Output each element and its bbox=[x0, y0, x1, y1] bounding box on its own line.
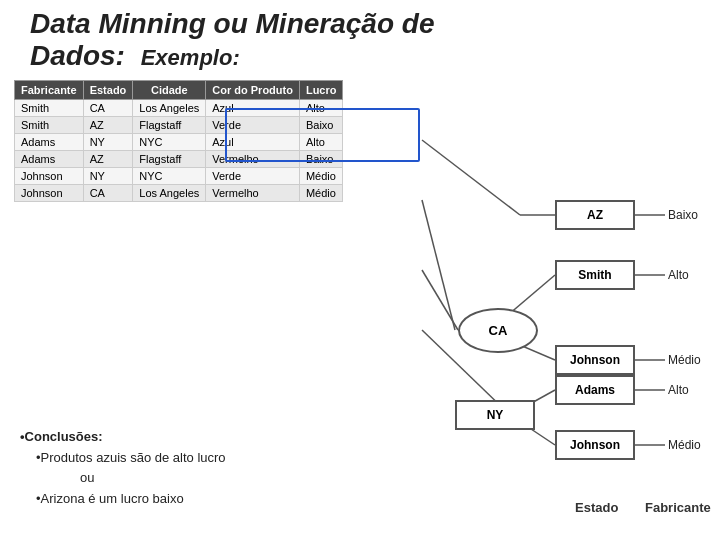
svg-line-3 bbox=[422, 270, 458, 330]
ny-node: NY bbox=[455, 400, 535, 430]
table-row: AdamsAZFlagstaffVermelhoBaixo bbox=[15, 151, 343, 168]
table-cell: Azul bbox=[206, 100, 300, 117]
table-header: Cor do Produto bbox=[206, 81, 300, 100]
smith-alto-label: Alto bbox=[668, 268, 689, 282]
johnson-lower-node: Johnson bbox=[555, 430, 635, 460]
table-cell: Johnson bbox=[15, 168, 84, 185]
table-cell: Alto bbox=[299, 134, 343, 151]
table-row: SmithCALos AngelesAzulAlto bbox=[15, 100, 343, 117]
svg-line-0 bbox=[422, 140, 520, 215]
table-cell: AZ bbox=[83, 117, 133, 134]
table-cell: Médio bbox=[299, 168, 343, 185]
table-cell: Smith bbox=[15, 100, 84, 117]
table-cell: Alto bbox=[299, 100, 343, 117]
table-row: JohnsonCALos AngelesVermelhoMédio bbox=[15, 185, 343, 202]
page-title: Data Minning ou Mineração de bbox=[30, 8, 434, 40]
table-cell: Verde bbox=[206, 117, 300, 134]
johnson1-medio-label: Médio bbox=[668, 353, 701, 367]
page-title-line2: Dados: Exemplo: bbox=[30, 40, 240, 72]
conclusions: •Conclusões: •Produtos azuis são de alto… bbox=[20, 427, 226, 510]
johnson-upper-node: Johnson bbox=[555, 345, 635, 375]
subtitle: Exemplo: bbox=[141, 45, 240, 70]
table-header: Estado bbox=[83, 81, 133, 100]
table-cell: Vermelho bbox=[206, 185, 300, 202]
table-cell: CA bbox=[83, 185, 133, 202]
table-cell: Flagstaff bbox=[133, 151, 206, 168]
table-cell: NY bbox=[83, 134, 133, 151]
table-cell: Baixo bbox=[299, 117, 343, 134]
table-cell: Baixo bbox=[299, 151, 343, 168]
fabricante-axis-label: Fabricante bbox=[645, 500, 711, 515]
svg-line-4 bbox=[508, 275, 555, 315]
table-cell: Médio bbox=[299, 185, 343, 202]
table-cell: Smith bbox=[15, 117, 84, 134]
table-cell: NYC bbox=[133, 134, 206, 151]
table-row: SmithAZFlagstaffVerdeBaixo bbox=[15, 117, 343, 134]
table-header: Fabricante bbox=[15, 81, 84, 100]
svg-line-2 bbox=[422, 200, 455, 330]
table-row: JohnsonNYNYCVerdeMédio bbox=[15, 168, 343, 185]
smith-node: Smith bbox=[555, 260, 635, 290]
table-cell: Los Angeles bbox=[133, 185, 206, 202]
ca-oval: CA bbox=[458, 308, 538, 353]
estado-axis-label: Estado bbox=[575, 500, 618, 515]
table-cell: Azul bbox=[206, 134, 300, 151]
table-cell: Johnson bbox=[15, 185, 84, 202]
table-header: Cidade bbox=[133, 81, 206, 100]
table-cell: Vermelho bbox=[206, 151, 300, 168]
table-cell: Adams bbox=[15, 134, 84, 151]
table-cell: NY bbox=[83, 168, 133, 185]
johnson2-medio-label: Médio bbox=[668, 438, 701, 452]
table-cell: Verde bbox=[206, 168, 300, 185]
az-baixo-label: Baixo bbox=[668, 208, 698, 222]
table-cell: AZ bbox=[83, 151, 133, 168]
table-header: Lucro bbox=[299, 81, 343, 100]
table-cell: Flagstaff bbox=[133, 117, 206, 134]
table-cell: Adams bbox=[15, 151, 84, 168]
az-node: AZ bbox=[555, 200, 635, 230]
adams-node: Adams bbox=[555, 375, 635, 405]
table-cell: Los Angeles bbox=[133, 100, 206, 117]
adams-alto-label: Alto bbox=[668, 383, 689, 397]
table-cell: CA bbox=[83, 100, 133, 117]
table-row: AdamsNYNYCAzulAlto bbox=[15, 134, 343, 151]
table-cell: NYC bbox=[133, 168, 206, 185]
data-table: FabricanteEstadoCidadeCor do ProdutoLucr… bbox=[14, 80, 343, 202]
